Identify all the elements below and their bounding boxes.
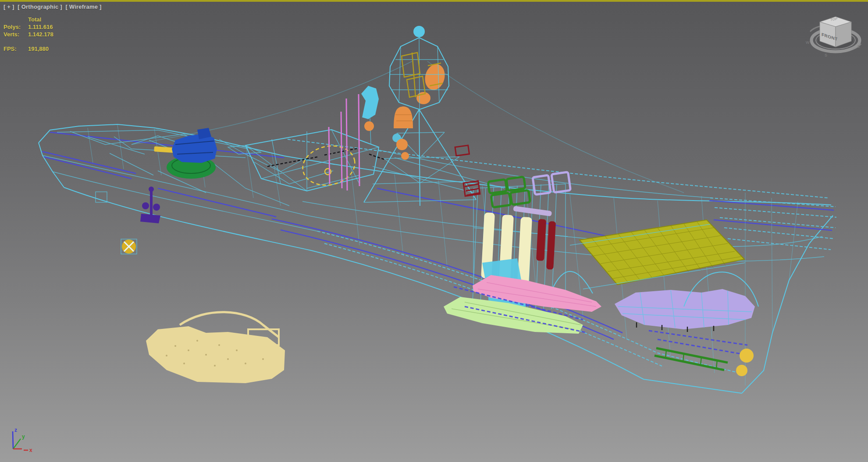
y-axis-label: y	[22, 434, 25, 440]
viewport-canvas[interactable]	[0, 0, 868, 462]
boat-khaki[interactable]	[146, 312, 285, 383]
statistics-overlay: Total Polys: 1.111.616 Verts: 1.142.178 …	[4, 16, 53, 53]
stats-header: Total	[28, 16, 53, 23]
x-axis-label: x	[29, 447, 32, 453]
stats-verts-label: Verts:	[4, 31, 25, 38]
z-axis-line	[13, 431, 13, 449]
stats-verts-value: 1.142.178	[28, 31, 53, 38]
viewport-menu-general[interactable]: [ + ]	[4, 4, 14, 10]
bow-x-plate[interactable]	[121, 239, 137, 254]
gun-turret[interactable]	[154, 128, 217, 179]
mast-top-sphere	[413, 26, 425, 37]
stats-fps-label: FPS:	[4, 45, 25, 53]
viewport-menu-pov[interactable]: [ Orthographic ]	[18, 4, 62, 10]
stats-fps-value: 191,880	[28, 45, 53, 53]
stats-polys-value: 1.111.616	[28, 23, 53, 31]
ship-model[interactable]	[39, 26, 836, 393]
capstan-purple[interactable]	[140, 187, 160, 223]
compass-east-label[interactable]: E	[857, 44, 860, 49]
stats-polys-label: Polys:	[4, 23, 25, 31]
viewcube[interactable]: FRONT TOP W S E	[797, 4, 868, 63]
viewport[interactable]: [ + ] [ Orthographic ] [ Wireframe ] Tot…	[0, 0, 868, 462]
mast-radome-cone[interactable]	[389, 26, 449, 109]
compass-south-label[interactable]: S	[825, 53, 827, 57]
compass-west-label[interactable]: W	[806, 40, 810, 45]
hawse-detail	[96, 192, 107, 202]
world-axis-gizmo: z y x	[3, 426, 38, 458]
deck-grid-olive[interactable]	[570, 220, 745, 289]
viewport-menu-shading[interactable]: [ Wireframe ]	[66, 4, 102, 10]
radar-antenna-small[interactable]	[361, 86, 379, 145]
stern-equipment[interactable]	[655, 348, 754, 376]
z-axis-label: z	[14, 427, 17, 433]
viewport-label[interactable]: [ + ] [ Orthographic ] [ Wireframe ]	[4, 4, 103, 10]
x-axis-line	[13, 449, 28, 450]
y-axis-line	[13, 439, 21, 449]
bridge-structure	[228, 130, 384, 191]
lattice-mast	[364, 109, 476, 206]
